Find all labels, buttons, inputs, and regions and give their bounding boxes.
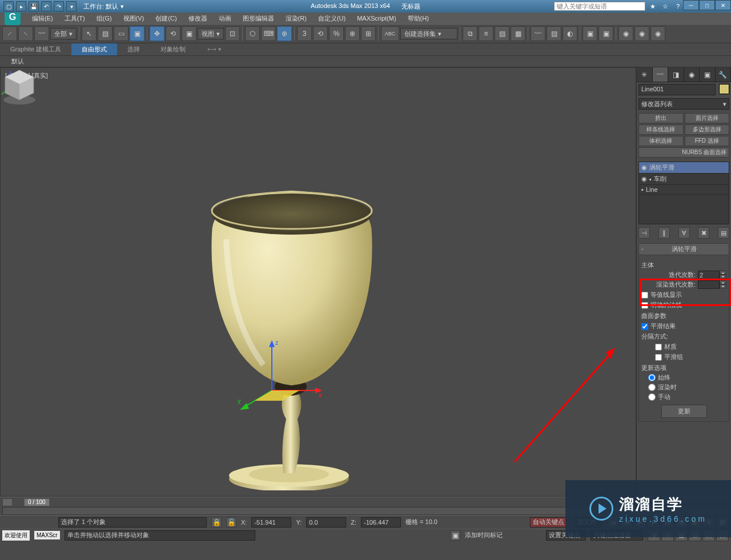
qat-dropdown[interactable]: ▾ [66,1,77,11]
utilities-tab[interactable]: 🔧 [716,67,732,82]
menu-views[interactable]: 视图(V) [118,13,150,24]
edit-named-button[interactable]: ⊞ [361,26,376,41]
eye-icon[interactable]: ◉ [641,175,647,183]
hierarchy-tab[interactable]: ◨ [668,67,684,82]
ribbon-tab-paint[interactable]: 对象绘制 [150,43,196,55]
object-name-field[interactable]: Line001 [638,84,716,95]
help-icon[interactable]: ? [673,1,683,11]
close-button[interactable]: ✕ [715,0,731,10]
curve-editor-button[interactable]: 〰 [531,26,545,41]
open-button[interactable]: ▸ [16,1,26,11]
time-slider[interactable]: 0 / 100 [24,498,50,506]
modifier-stack[interactable]: ◉ 涡轮平滑 ◉ ▪ 车削 ▪ Line [638,162,729,224]
teapot2-button[interactable]: ◉ [634,26,649,41]
mirror-button[interactable]: ⧉ [463,26,477,41]
ref-coord-dropdown[interactable]: 视图 ▾ [198,28,224,39]
coord-x-field[interactable]: -51.941 [251,517,291,527]
infobox-icon[interactable]: ⊞ [635,1,645,11]
move-button[interactable]: ✥ [150,26,164,41]
coord-y-field[interactable]: 0.0 [306,517,346,527]
remove-mod-button[interactable]: ✖ [698,227,709,239]
pin-stack-button[interactable]: ⊣ [638,227,650,239]
menu-modifiers[interactable]: 修改器 [183,13,213,24]
render-setup-button[interactable]: ▣ [583,26,597,41]
workspace-selector[interactable]: 工作台: 默认▾ [83,2,124,11]
new-file-button[interactable]: ▢ [3,1,14,11]
expand-icon[interactable]: ▪ [649,176,652,183]
redo-button[interactable]: ↷ [54,1,64,11]
object-color-swatch[interactable] [719,84,729,94]
angle-snap-button[interactable]: ⟲ [313,26,328,41]
move-gizmo[interactable]: z x y [226,333,329,436]
render-radio[interactable] [648,384,656,391]
undo-button[interactable]: ↶ [41,1,51,11]
spin-up-icon[interactable]: ▲ [720,271,726,275]
menu-animation[interactable]: 动画 [213,13,237,24]
motion-tab[interactable]: ◉ [684,67,700,82]
timeline-toggle-icon[interactable] [2,498,13,506]
render-iters-input[interactable] [698,280,720,289]
modify-tab[interactable]: 〰 [653,67,669,82]
percent-snap-button[interactable]: % [329,26,344,41]
stack-item-line[interactable]: ▪ Line [639,185,729,195]
pivot-button[interactable]: ⊡ [225,26,240,41]
ribbon-tab-freeform[interactable]: 自由形式 [71,43,117,55]
lock2-icon[interactable]: 🔓 [226,517,236,527]
menu-tools[interactable]: 工具(T) [59,13,91,24]
menu-graph[interactable]: 图形编辑器 [237,13,280,24]
layers-button[interactable]: ▤ [495,26,509,41]
display-tab[interactable]: ▣ [700,67,716,82]
iterations-spinner[interactable]: ▲▼ [698,271,726,279]
expand-icon[interactable]: ▪ [641,186,644,193]
teapot1-button[interactable]: ◉ [618,26,633,41]
render-iters-spinner[interactable]: ▲▼ [698,280,726,289]
rollout-turbosmooth-header[interactable]: 涡轮平滑 [638,243,729,255]
time-tag-icon[interactable]: ▣ [450,530,460,541]
snap-button[interactable]: ⊕ [277,26,292,41]
mod-btn-ffd[interactable]: FFD 选择 [685,136,730,146]
viewport[interactable]: [+] [正交] [真实] [0,67,636,497]
create-tab[interactable]: ✳ [637,67,653,82]
mod-btn-extrude[interactable]: 挤出 [638,113,684,123]
modifier-list-dropdown[interactable]: 修改器列表▾ [638,98,729,110]
star2-icon[interactable]: ☆ [660,1,670,11]
add-time-tag-label[interactable]: 添加时间标记 [465,531,503,539]
render-frame-button[interactable]: ▣ [599,26,613,41]
ribbon-tab-graphite[interactable]: Graphite 建模工具 [0,43,71,55]
coord-z-field[interactable]: -106.447 [361,517,401,527]
maximize-button[interactable]: □ [699,0,715,10]
mod-btn-patch[interactable]: 面片选择 [685,113,730,123]
star-icon[interactable]: ★ [648,1,658,11]
bind-spacewrap-button[interactable]: 〰 [34,26,49,41]
mod-btn-vol[interactable]: 体积选择 [638,136,684,146]
viewcube[interactable] [1,68,38,108]
named-selection-dropdown[interactable]: 创建选择集 ▾ [400,28,457,39]
isoline-checkbox[interactable] [641,292,648,299]
minimize-button[interactable]: ─ [683,0,699,10]
stack-item-turbosmooth[interactable]: ◉ 涡轮平滑 [639,162,729,174]
menu-help[interactable]: 帮助(H) [402,13,435,24]
mod-btn-nurbs[interactable]: NURBS 曲面选择 [638,147,729,158]
mod-btn-poly[interactable]: 多边形选择 [685,124,730,135]
unlink-button[interactable]: ⟍ [18,26,33,41]
selection-filter-dropdown[interactable]: 全部 ▾ [50,28,77,39]
configure-sets-button[interactable]: ▤ [718,227,729,239]
window-crossing-button[interactable]: ▣ [130,26,144,41]
autokey-button[interactable]: 自动关键点 [530,517,570,527]
abc-button[interactable]: ABC [381,26,399,41]
menu-create[interactable]: 创建(C) [150,13,182,24]
rotate-button[interactable]: ⟲ [166,26,180,41]
ribbon-expand-icon[interactable]: ⟷ ▾ [207,46,222,53]
mod-btn-spline[interactable]: 样条线选择 [638,124,684,135]
smooth-result-checkbox[interactable] [641,323,648,330]
lock-icon[interactable]: 🔒 [211,517,222,527]
menu-customize[interactable]: 自定义(U) [312,13,351,24]
eye-icon[interactable]: ◉ [641,164,647,171]
select-button[interactable]: ↖ [82,26,97,41]
menu-group[interactable]: 组(G) [91,13,118,24]
material-editor-button[interactable]: ◐ [563,26,577,41]
align-button[interactable]: ≡ [479,26,493,41]
menu-render[interactable]: 渲染(R) [280,13,312,24]
schematic-button[interactable]: ▦ [511,26,525,41]
menu-maxscript[interactable]: MAXScript(M) [351,14,401,23]
